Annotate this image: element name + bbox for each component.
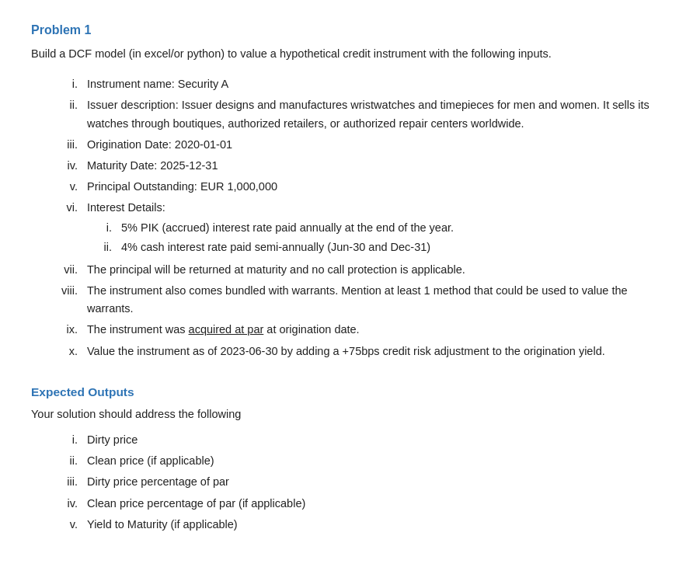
list-marker: viii. <box>47 282 87 300</box>
problem-list-item: ii.Issuer description: Issuer designs an… <box>47 96 669 132</box>
list-content: Value the instrument as of 2023-06-30 by… <box>87 343 669 360</box>
list-content: The principal will be returned at maturi… <box>87 261 669 279</box>
list-content: The instrument was acquired at par at or… <box>87 321 669 339</box>
list-marker: x. <box>47 343 87 360</box>
inner-content: 4% cash interest rate paid semi-annually… <box>121 238 669 256</box>
problem-list-item: vii.The principal will be returned at ma… <box>47 261 669 279</box>
expected-list-item: iv.Clean price percentage of par (if app… <box>47 495 669 513</box>
section-divider <box>31 364 669 385</box>
list-marker: vi. <box>47 199 87 217</box>
inner-content: 5% PIK (accrued) interest rate paid annu… <box>121 219 669 237</box>
list-marker: vii. <box>47 261 87 279</box>
list-content: Dirty price <box>87 431 669 449</box>
inner-marker: ii. <box>87 238 121 256</box>
expected-list-item: v.Yield to Maturity (if applicable) <box>47 516 669 534</box>
expected-list-item: i.Dirty price <box>47 431 669 449</box>
list-marker: v. <box>47 178 87 196</box>
inner-marker: i. <box>87 219 121 237</box>
underlined-text: acquired at par <box>189 323 264 336</box>
solution-subtitle: Your solution should address the followi… <box>31 405 669 423</box>
problem-list-item: i.Instrument name: Security A <box>47 75 669 93</box>
list-content: Origination Date: 2020-01-01 <box>87 136 669 154</box>
list-marker: iv. <box>47 157 87 175</box>
list-marker: v. <box>47 516 87 534</box>
expected-list: i.Dirty priceii.Clean price (if applicab… <box>47 431 669 534</box>
list-marker: iii. <box>47 473 87 491</box>
problem-list-item: x.Value the instrument as of 2023-06-30 … <box>47 343 669 360</box>
intro-text: Build a DCF model (in excel/or python) t… <box>31 45 669 63</box>
list-content: Maturity Date: 2025-12-31 <box>87 157 669 175</box>
expected-list-item: iii.Dirty price percentage of par <box>47 473 669 491</box>
inner-list-item: i.5% PIK (accrued) interest rate paid an… <box>87 219 669 237</box>
problem-list-item: viii.The instrument also comes bundled w… <box>47 282 669 318</box>
list-marker: iv. <box>47 495 87 513</box>
list-marker: ix. <box>47 321 87 339</box>
list-content: Dirty price percentage of par <box>87 473 669 491</box>
list-marker: ii. <box>47 452 87 470</box>
problem-list: i.Instrument name: Security Aii.Issuer d… <box>47 75 669 360</box>
list-content: Yield to Maturity (if applicable) <box>87 516 669 534</box>
list-content: The instrument also comes bundled with w… <box>87 282 669 318</box>
list-content: Interest Details:i.5% PIK (accrued) inte… <box>87 199 669 258</box>
list-marker: i. <box>47 431 87 449</box>
list-content: Instrument name: Security A <box>87 75 669 93</box>
expected-list-item: ii.Clean price (if applicable) <box>47 452 669 470</box>
list-marker: i. <box>47 75 87 93</box>
problem-list-item: v.Principal Outstanding: EUR 1,000,000 <box>47 178 669 196</box>
problem-title: Problem 1 <box>31 23 669 37</box>
problem-list-item: vi.Interest Details:i.5% PIK (accrued) i… <box>47 199 669 258</box>
inner-list: i.5% PIK (accrued) interest rate paid an… <box>87 219 669 256</box>
inner-list-item: ii.4% cash interest rate paid semi-annua… <box>87 238 669 256</box>
problem-list-item: iv.Maturity Date: 2025-12-31 <box>47 157 669 175</box>
expected-outputs-title: Expected Outputs <box>31 385 669 399</box>
list-content: Clean price percentage of par (if applic… <box>87 495 669 513</box>
list-content: Principal Outstanding: EUR 1,000,000 <box>87 178 669 196</box>
list-marker: ii. <box>47 96 87 114</box>
list-content: Issuer description: Issuer designs and m… <box>87 96 669 132</box>
list-content: Clean price (if applicable) <box>87 452 669 470</box>
list-marker: iii. <box>47 136 87 154</box>
problem-list-item: ix.The instrument was acquired at par at… <box>47 321 669 339</box>
problem-list-item: iii.Origination Date: 2020-01-01 <box>47 136 669 154</box>
